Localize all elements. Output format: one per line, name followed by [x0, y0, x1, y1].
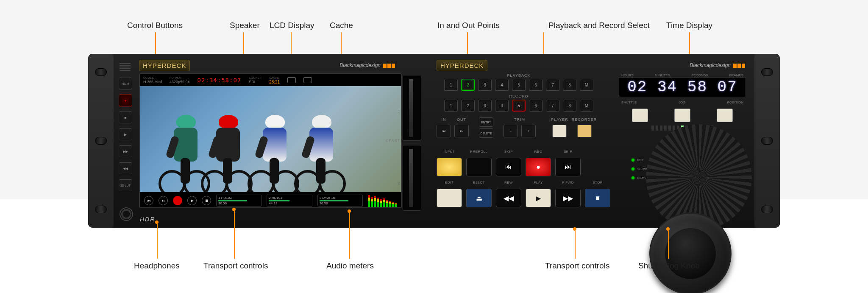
skip-back-label: SKIP [496, 150, 521, 153]
callout-line [234, 209, 235, 259]
cfast-slot-2-num: 2 [398, 181, 400, 185]
shuttle-jog-knob[interactable] [649, 212, 732, 293]
record-3[interactable]: 3 [478, 100, 492, 112]
rec-button[interactable]: ● [526, 158, 551, 176]
play-button-main[interactable]: ▶ [526, 189, 551, 207]
entry-button[interactable]: ENTRY [479, 117, 493, 127]
playback-7[interactable]: 7 [546, 79, 559, 91]
audio-meters [368, 194, 397, 207]
lcd-display[interactable]: CODECH.265 Med FORMAT4320p59.94 02:34:58… [139, 73, 402, 208]
drive-3[interactable]: 3 Drive 1630:50 [317, 195, 363, 206]
record-label: RECORD [437, 94, 601, 98]
rem-button[interactable]: REM [119, 78, 132, 89]
stop-button-main[interactable]: ■ [585, 189, 610, 207]
cfast-slots [403, 75, 421, 211]
hyperdeck-rack: HYPERDECK Blackmagicdesign REM ● ■ ▶ ▶▶ … [88, 54, 780, 228]
label-headphones: Headphones [134, 261, 180, 271]
skip-fwd-button[interactable]: ⏭ [555, 158, 581, 176]
video-preview [140, 86, 401, 192]
cfast-label: CFAST [386, 139, 400, 143]
record-6[interactable]: 6 [529, 100, 542, 112]
lcd-play-button[interactable]: ▶ [187, 196, 197, 205]
record-m[interactable]: M [580, 100, 593, 112]
headphone-jack[interactable] [120, 207, 133, 221]
callout-line [668, 229, 669, 259]
play-button[interactable]: ▶ [119, 128, 132, 140]
playback-m[interactable]: M [580, 79, 593, 91]
playback-row: 1 2 3 4 5 6 7 8 M [437, 79, 601, 91]
playback-4[interactable]: 4 [495, 79, 509, 91]
input-button[interactable] [437, 158, 462, 176]
eject-button[interactable]: ⏏ [466, 189, 492, 207]
ffwd-button-main[interactable]: ▶▶ [555, 189, 581, 207]
record-7[interactable]: 7 [546, 100, 559, 112]
out-button[interactable]: ⏭ [454, 125, 469, 137]
source-label: SOURCE [249, 76, 262, 79]
label-pb-rec: Playback and Record Select [548, 21, 650, 30]
record-button[interactable]: ● [119, 95, 132, 106]
jog-label: JOG [679, 100, 685, 104]
lut-button[interactable]: 3D LUT [119, 179, 132, 191]
lcd-status-bar: CODECH.265 Med FORMAT4320p59.94 02:34:58… [140, 74, 401, 86]
position-button[interactable] [717, 109, 733, 122]
playpause-button[interactable]: ⏯ [159, 196, 168, 205]
shuttle-button[interactable] [632, 109, 648, 122]
delete-button[interactable]: DELETE [479, 128, 493, 138]
ffwd-button[interactable]: ▶▶ [119, 145, 132, 157]
preroll-button[interactable] [466, 158, 492, 176]
playback-1[interactable]: 1 [444, 79, 458, 91]
label-transport-l: Transport controls [203, 261, 268, 271]
callout-dot [155, 220, 159, 224]
playback-6[interactable]: 6 [529, 79, 542, 91]
rack-ear-left [88, 54, 114, 228]
label-audio-meters: Audio meters [326, 261, 374, 271]
drive-1[interactable]: 1 HD10330:50 [216, 195, 262, 206]
record-4[interactable]: 4 [495, 100, 509, 112]
cfast-slot-2[interactable] [403, 145, 421, 211]
jog-button[interactable] [674, 109, 690, 122]
stop-button[interactable]: ■ [119, 112, 132, 123]
rec-label: REC [526, 150, 551, 153]
cache-label: CACHE [269, 76, 280, 79]
playback-2[interactable]: 2 [461, 79, 475, 91]
cache-value: 28:21 [269, 80, 280, 84]
lcd-stop-button[interactable]: ⏹ [202, 196, 211, 205]
blackmagic-logo-r: Blackmagicdesign [690, 62, 745, 68]
playback-5[interactable]: 5 [512, 79, 526, 91]
prev-button[interactable]: ⏮ [144, 196, 153, 205]
label-transport-r: Transport controls [545, 261, 609, 271]
trim-minus-button[interactable]: − [504, 125, 518, 137]
in-button[interactable]: ⏮ [437, 125, 451, 137]
control-button-column: REM ● ■ ▶ ▶▶ ◀◀ 3D LUT [119, 78, 136, 191]
cfast-slot-1[interactable] [403, 75, 421, 141]
rewind-button[interactable]: ◀◀ [496, 189, 521, 207]
recorder-module: HYPERDECK Blackmagicdesign REM ● ■ ▶ ▶▶ … [114, 54, 429, 228]
preroll-label: PREROLL [466, 150, 492, 153]
ffwd-label: F FWD [555, 181, 581, 184]
transport-section: INPUT PREROLL SKIP REC SKIP ⏮ ● ⏭ EDIT E… [437, 150, 623, 212]
playback-label: PLAYBACK [437, 73, 601, 78]
codec-value: H.265 Med [143, 80, 162, 84]
seconds-label: SECONDS [691, 73, 708, 77]
player-button[interactable] [552, 125, 567, 137]
frames-label: FRAMES [729, 73, 743, 77]
label-speaker: Speaker [230, 21, 260, 30]
recorder-button[interactable] [577, 125, 592, 137]
playback-8[interactable]: 8 [563, 79, 576, 91]
lcd-record-button[interactable] [173, 196, 182, 205]
record-2[interactable]: 2 [461, 100, 475, 112]
blackmagic-logo: Blackmagicdesign [339, 62, 395, 68]
playback-3[interactable]: 3 [478, 79, 492, 91]
trim-plus-button[interactable]: + [521, 125, 536, 137]
skip-back-button[interactable]: ⏮ [496, 158, 521, 176]
record-8[interactable]: 8 [563, 100, 576, 112]
rew-button[interactable]: ◀◀ [119, 162, 132, 174]
record-5[interactable]: 5 [512, 100, 526, 112]
drive-2[interactable]: 2 HD10344:32 [267, 195, 312, 206]
callout-line [349, 211, 350, 259]
menu-icon [303, 77, 312, 83]
record-1[interactable]: 1 [444, 100, 458, 112]
edit-button[interactable] [437, 189, 462, 207]
callout-dot [573, 227, 576, 231]
speaker-grille [120, 62, 131, 71]
